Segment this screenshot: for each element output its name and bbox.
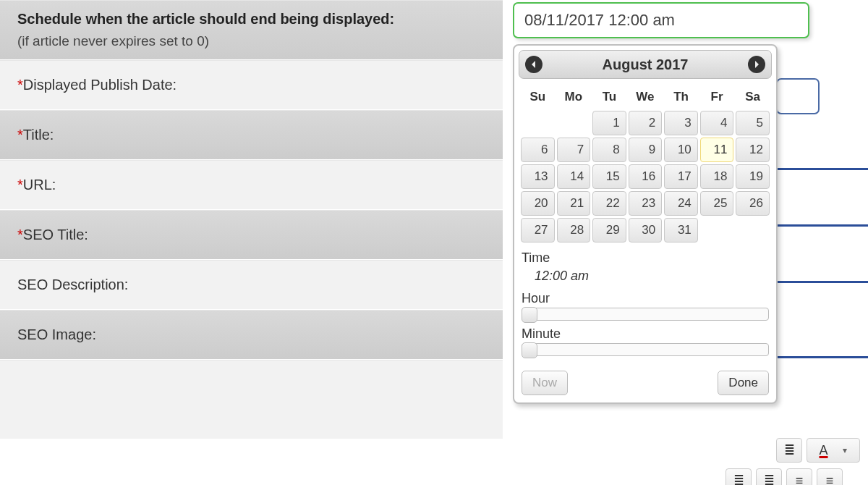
done-button[interactable]: Done: [718, 371, 769, 395]
calendar-dow-cell: We: [629, 85, 663, 109]
calendar-body: 1234567891011121314151617181920212223242…: [521, 111, 770, 242]
chevron-right-icon: [753, 61, 760, 68]
hour-slider[interactable]: [522, 308, 769, 321]
numbered-list-icon: ≣: [764, 473, 775, 485]
calendar-day-cell[interactable]: 25: [700, 191, 734, 216]
calendar-grid: SuMoTuWeThFrSa 1234567891011121314151617…: [519, 83, 772, 245]
calendar-day-cell[interactable]: 11: [700, 138, 734, 162]
calendar-day-cell[interactable]: 24: [664, 191, 698, 216]
indent-icon: ≡: [826, 473, 834, 486]
calendar-day-cell[interactable]: 18: [700, 164, 734, 189]
chevron-left-icon: [530, 61, 537, 68]
end-date-input[interactable]: [513, 2, 809, 38]
datepicker-month-year: August 2017: [603, 56, 689, 73]
time-label: Time: [522, 250, 769, 266]
title-row: *Title:: [0, 110, 503, 160]
calendar-day-cell[interactable]: 12: [736, 138, 770, 162]
form-column: Schedule when the article should end bei…: [0, 0, 503, 439]
seo-description-input-underline[interactable]: [776, 356, 868, 358]
calendar-day-cell[interactable]: 28: [557, 218, 591, 242]
hour-label: Hour: [522, 291, 769, 306]
align-justify-button[interactable]: ≣: [776, 438, 802, 463]
calendar-day-cell[interactable]: 13: [521, 164, 555, 189]
calendar-dow-cell: Fr: [700, 85, 734, 109]
editor-toolbar-row1: ≣ A ▾: [776, 438, 860, 463]
calendar-dow-row: SuMoTuWeThFrSa: [521, 85, 770, 109]
minute-label: Minute: [522, 326, 769, 342]
calendar-day-cell[interactable]: 7: [557, 138, 591, 162]
calendar-day-cell[interactable]: 27: [521, 218, 555, 242]
url-row: *URL:: [0, 160, 503, 210]
calendar-day-cell[interactable]: 3: [664, 111, 698, 135]
required-asterisk: *: [17, 127, 23, 143]
bullet-list-icon: ≣: [733, 473, 744, 485]
calendar-day-cell[interactable]: 22: [592, 191, 626, 216]
chevron-down-icon: ▾: [843, 445, 847, 455]
minute-slider-handle[interactable]: [522, 342, 537, 358]
publish-date-label: Displayed Publish Date:: [23, 77, 176, 93]
calendar-day-cell[interactable]: 19: [736, 164, 770, 189]
numbered-list-button[interactable]: ≣: [756, 468, 782, 485]
hour-slider-handle[interactable]: [522, 307, 537, 323]
title-input-underline[interactable]: [776, 168, 868, 170]
prev-month-button[interactable]: [525, 56, 542, 73]
now-button[interactable]: Now: [522, 371, 568, 395]
publish-date-input[interactable]: [776, 78, 820, 114]
time-section: Time 12:00 am Hour Minute: [514, 250, 776, 365]
calendar-day-cell[interactable]: 17: [664, 164, 698, 189]
calendar-day-cell[interactable]: 30: [629, 218, 663, 242]
calendar-day-cell[interactable]: 6: [521, 138, 555, 162]
editor-toolbar-row2: ≣ ≣ ≡ ≡: [726, 468, 843, 485]
calendar-day-cell[interactable]: 9: [629, 138, 663, 162]
required-asterisk: *: [17, 177, 23, 193]
seo-title-input-underline[interactable]: [776, 281, 868, 283]
calendar-empty-cell: [521, 111, 555, 135]
schedule-end-label: Schedule when the article should end bei…: [17, 11, 485, 28]
font-color-icon: A: [819, 443, 827, 458]
calendar-day-cell[interactable]: 1: [592, 111, 626, 135]
url-label: URL:: [23, 177, 56, 193]
calendar-day-cell[interactable]: 8: [592, 138, 626, 162]
calendar-day-cell[interactable]: 2: [629, 111, 663, 135]
next-month-button[interactable]: [748, 56, 765, 73]
url-input-underline[interactable]: [776, 224, 868, 227]
calendar-day-cell[interactable]: 10: [664, 138, 698, 162]
calendar-day-cell[interactable]: 4: [700, 111, 734, 135]
calendar-dow-cell: Sa: [736, 85, 770, 109]
calendar-day-cell[interactable]: 31: [664, 218, 698, 242]
outdent-button[interactable]: ≡: [786, 468, 812, 485]
indent-button[interactable]: ≡: [817, 468, 843, 485]
calendar-day-cell[interactable]: 14: [557, 164, 591, 189]
calendar-dow-cell: Mo: [557, 85, 591, 109]
calendar-day-cell[interactable]: 26: [736, 191, 770, 216]
schedule-end-sublabel: (if article never expires set to 0): [17, 33, 485, 49]
seo-image-label: SEO Image:: [17, 326, 96, 342]
datepicker-header: August 2017: [519, 50, 772, 79]
calendar-dow-cell: Th: [664, 85, 698, 109]
seo-description-label: SEO Description:: [17, 277, 128, 292]
font-color-button[interactable]: A ▾: [807, 438, 860, 463]
align-justify-icon: ≣: [784, 442, 795, 458]
calendar-dow-cell: Tu: [592, 85, 626, 109]
calendar-day-cell[interactable]: 16: [629, 164, 663, 189]
calendar-day-cell[interactable]: 15: [592, 164, 626, 189]
calendar-day-cell[interactable]: 29: [592, 218, 626, 242]
content-row: [0, 360, 503, 439]
calendar-empty-cell: [557, 111, 591, 135]
calendar-day-cell[interactable]: 21: [557, 191, 591, 216]
calendar-day-cell[interactable]: 5: [736, 111, 770, 135]
publish-date-row: *Displayed Publish Date:: [0, 60, 503, 110]
calendar-empty-cell: [736, 218, 770, 242]
calendar-day-cell[interactable]: 20: [521, 191, 555, 216]
datepicker-footer: Now Done: [514, 365, 776, 402]
minute-slider[interactable]: [522, 343, 769, 356]
datepicker: August 2017 SuMoTuWeThFrSa 1234567891011…: [513, 44, 778, 404]
seo-title-label: SEO Title:: [23, 227, 88, 242]
calendar-day-cell[interactable]: 23: [629, 191, 663, 216]
outdent-icon: ≡: [796, 473, 804, 486]
calendar-dow-cell: Su: [521, 85, 555, 109]
bullet-list-button[interactable]: ≣: [726, 468, 752, 485]
required-asterisk: *: [17, 77, 23, 93]
seo-image-row: SEO Image:: [0, 310, 503, 360]
seo-title-row: *SEO Title:: [0, 210, 503, 260]
